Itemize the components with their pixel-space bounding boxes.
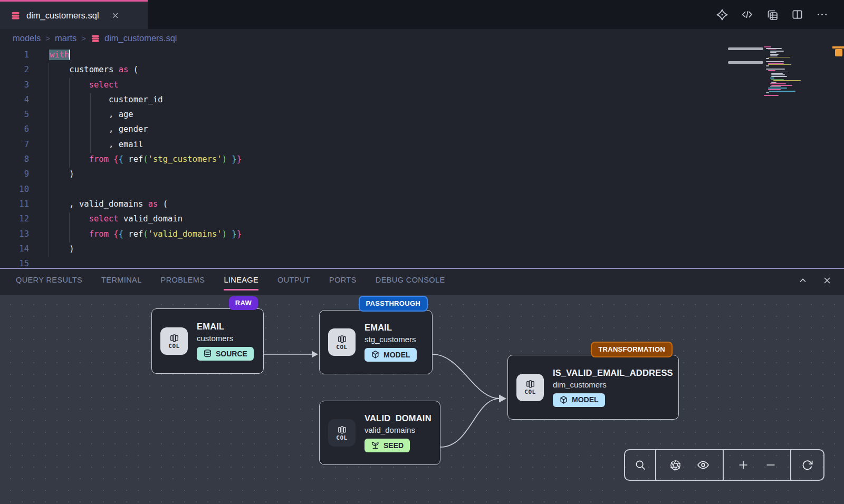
code-line[interactable]: 2 customers as ( <box>0 62 844 77</box>
cube-icon <box>559 395 568 404</box>
panel-tab-ports[interactable]: PORTS <box>329 276 357 289</box>
column-chip: COL <box>160 327 188 355</box>
code-content: , email <box>29 137 143 152</box>
breadcrumb-label: models <box>13 33 41 43</box>
search-icon[interactable] <box>632 457 648 473</box>
panel-tab-query-results[interactable]: QUERY RESULTS <box>16 276 82 289</box>
cube-icon <box>371 350 380 359</box>
editor-actions <box>716 0 844 29</box>
indent-guide <box>90 93 91 153</box>
breadcrumb: models>marts>dim_customers.sql <box>0 29 844 47</box>
breadcrumb-item[interactable]: marts <box>55 33 76 43</box>
line-number: 9 <box>0 167 29 181</box>
close-panel-icon[interactable] <box>822 275 832 286</box>
node-model-name: valid_domains <box>365 425 431 434</box>
indent-guide <box>69 212 70 243</box>
code-line[interactable]: 4 customer_id <box>0 92 844 107</box>
code-line[interactable]: 1with <box>0 47 844 62</box>
tab-close-icon[interactable] <box>111 12 119 20</box>
code-line[interactable]: 9 ) <box>0 167 844 181</box>
panel-tab-debug-console[interactable]: DEBUG CONSOLE <box>376 276 445 289</box>
columns-icon <box>337 425 347 435</box>
breadcrumb-item[interactable]: dim_customers.sql <box>91 33 177 43</box>
lineage-toolbar <box>624 449 824 481</box>
code-line[interactable]: 6 , gender <box>0 122 844 137</box>
breadcrumb-label: marts <box>55 33 76 43</box>
node-column-name: EMAIL <box>365 323 417 333</box>
code-content <box>29 182 50 197</box>
code-line[interactable]: 10 <box>0 182 844 197</box>
resource-type-label: SOURCE <box>216 350 247 358</box>
indent-guide <box>69 78 70 168</box>
code-line[interactable]: 12 select valid_domain <box>0 211 844 226</box>
code-content: ) <box>29 241 74 256</box>
resource-type-badge-seed[interactable]: SEED <box>365 439 410 452</box>
lineage-node-customers[interactable]: RAWCOLEMAILcustomersSOURCE <box>151 308 264 374</box>
lineage-canvas[interactable]: RAWCOLEMAILcustomersSOURCEPASSTHROUGHCOL… <box>0 295 844 504</box>
resource-type-badge-model[interactable]: MODEL <box>365 348 417 362</box>
panel-tab-terminal[interactable]: TERMINAL <box>101 276 142 289</box>
lineage-node-stg_customers[interactable]: PASSTHROUGHCOLEMAILstg_customersMODEL <box>319 310 433 374</box>
code-icon[interactable] <box>741 8 753 21</box>
tab-dim-customers-sql[interactable]: dim_customers.sql <box>0 0 148 29</box>
column-chip: COL <box>328 419 356 447</box>
code-line[interactable]: 8 from {{ ref('stg_customers') }} <box>0 152 844 167</box>
column-chip-label: COL <box>336 434 347 441</box>
lineage-tag-passthrough: PASSTHROUGH <box>359 296 428 312</box>
resource-type-badge-source[interactable]: SOURCE <box>197 347 254 361</box>
code-line[interactable]: 15 <box>0 256 844 268</box>
columns-icon <box>525 379 535 389</box>
code-line[interactable]: 3 select <box>0 77 844 92</box>
code-line[interactable]: 14 ) <box>0 241 844 256</box>
overview-ruler-mark <box>728 61 763 64</box>
zoom-in-icon[interactable] <box>735 457 751 473</box>
code-line[interactable]: 11 , valid_domains as ( <box>0 197 844 211</box>
resource-type-label: SEED <box>383 441 404 450</box>
panel-actions <box>798 275 832 286</box>
more-icon[interactable] <box>816 8 828 21</box>
lineage-tag-raw: RAW <box>229 296 258 310</box>
resource-type-badge-model[interactable]: MODEL <box>553 393 605 407</box>
code-line[interactable]: 13 from {{ ref('valid_domains') }} <box>0 227 844 241</box>
scrollbar-marker[interactable] <box>835 49 842 56</box>
breadcrumb-separator: > <box>81 34 86 43</box>
app-window: dim_customers.sql models>marts>dim_custo… <box>0 0 844 504</box>
aperture-icon[interactable] <box>667 457 684 473</box>
column-chip-label: COL <box>524 389 535 395</box>
node-column-name: VALID_DOMAIN <box>365 413 431 423</box>
code-content <box>29 256 50 268</box>
code-editor[interactable]: 1with2 customers as (3 select4 customer_… <box>0 47 844 268</box>
node-model-name: customers <box>197 334 254 343</box>
panel-tab-output[interactable]: OUTPUT <box>277 276 310 289</box>
zoom-out-icon[interactable] <box>763 457 779 473</box>
code-content: with <box>29 47 70 62</box>
copy-grid-icon[interactable] <box>766 8 779 21</box>
lineage-node-dim_customers[interactable]: TRANSFORMATIONCOLIS_VALID_EMAIL_ADDRESSd… <box>507 355 679 420</box>
column-chip-label: COL <box>336 344 347 351</box>
eye-icon[interactable] <box>695 457 712 473</box>
refresh-icon[interactable] <box>799 457 816 473</box>
code-content: customers as ( <box>29 62 138 77</box>
dbt-logo-icon[interactable] <box>716 8 728 21</box>
panel-tab-problems[interactable]: PROBLEMS <box>161 276 205 289</box>
node-column-name: EMAIL <box>197 322 254 332</box>
resource-type-label: MODEL <box>383 351 410 359</box>
line-number: 8 <box>0 152 29 167</box>
panel-tab-bar: QUERY RESULTSTERMINALPROBLEMSLINEAGEOUTP… <box>0 269 844 295</box>
panel-tab-lineage[interactable]: LINEAGE <box>224 276 258 290</box>
column-chip: COL <box>516 374 544 401</box>
code-line[interactable]: 7 , email <box>0 137 844 152</box>
code-content: , age <box>29 107 133 122</box>
lineage-node-valid_domains[interactable]: COLVALID_DOMAINvalid_domainsSEED <box>319 401 440 465</box>
line-number: 3 <box>0 77 29 92</box>
toolbar-group <box>625 450 656 480</box>
breadcrumb-item[interactable]: models <box>13 33 41 43</box>
line-number: 6 <box>0 122 29 137</box>
code-line[interactable]: 5 , age <box>0 107 844 122</box>
chevron-up-icon[interactable] <box>798 275 808 286</box>
code-content: , valid_domains as ( <box>29 197 168 211</box>
minimap[interactable] <box>764 46 817 96</box>
column-chip-label: COL <box>168 343 179 350</box>
split-editor-icon[interactable] <box>791 8 803 21</box>
seedling-icon <box>371 441 380 450</box>
